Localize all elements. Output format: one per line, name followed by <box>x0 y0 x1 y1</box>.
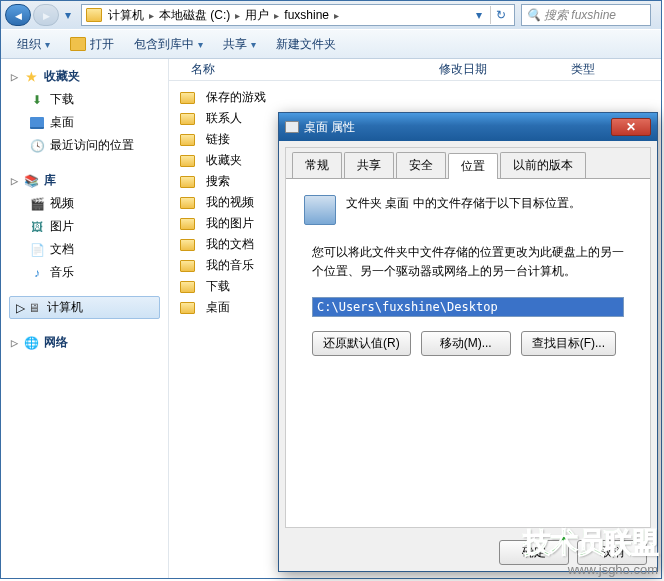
search-icon: 🔍 <box>526 8 541 22</box>
list-item-label: 桌面 <box>206 299 230 316</box>
tab-0[interactable]: 常规 <box>292 152 342 178</box>
star-icon <box>23 69 39 85</box>
list-item-label: 保存的游戏 <box>206 89 266 106</box>
sidebar-item-videos[interactable]: 视频 <box>9 192 160 215</box>
tab-2[interactable]: 安全 <box>396 152 446 178</box>
path-input[interactable] <box>312 297 624 317</box>
close-button[interactable]: ✕ <box>611 118 651 136</box>
desktop-icon <box>30 117 44 129</box>
include-button[interactable]: 包含到库中 <box>126 33 211 56</box>
share-button[interactable]: 共享 <box>215 33 264 56</box>
refresh-button[interactable]: ↻ <box>490 6 510 24</box>
network-header[interactable]: ▷网络 <box>9 331 160 354</box>
document-icon <box>29 242 45 258</box>
crumb-1[interactable]: 本地磁盘 (C:) <box>157 7 232 24</box>
search-box[interactable]: 🔍搜索 fuxshine <box>521 4 651 26</box>
chevron-right-icon[interactable] <box>149 10 154 21</box>
folder-icon <box>179 258 195 274</box>
dialog-titlebar[interactable]: 桌面 属性 ✕ <box>279 113 657 141</box>
folder-icon <box>179 111 195 127</box>
sidebar-item-computer[interactable]: ▷计算机 <box>9 296 160 319</box>
address-bar[interactable]: 计算机 本地磁盘 (C:) 用户 fuxshine ↻ <box>81 4 515 26</box>
cancel-button[interactable]: 取消 <box>577 540 647 565</box>
dialog-body: 常规共享安全位置以前的版本 文件夹 桌面 中的文件存储于以下目标位置。 您可以将… <box>285 147 651 528</box>
toolbar: 组织 打开 包含到库中 共享 新建文件夹 <box>1 29 661 59</box>
tab-content-location: 文件夹 桌面 中的文件存储于以下目标位置。 您可以将此文件夹中文件存储的位置更改… <box>286 178 650 527</box>
folder-icon <box>86 8 102 22</box>
download-icon <box>29 92 45 108</box>
crumb-3[interactable]: fuxshine <box>282 8 331 22</box>
tab-strip: 常规共享安全位置以前的版本 <box>286 148 650 178</box>
location-text-1: 文件夹 桌面 中的文件存储于以下目标位置。 <box>346 195 581 212</box>
list-item-label: 联系人 <box>206 110 242 127</box>
address-dropdown[interactable] <box>472 6 486 24</box>
col-date[interactable]: 修改日期 <box>427 61 499 78</box>
list-item-label: 下载 <box>206 278 230 295</box>
folder-icon <box>179 174 195 190</box>
folder-icon <box>179 195 195 211</box>
location-text-2: 您可以将此文件夹中文件存储的位置更改为此硬盘上的另一个位置、另一个驱动器或网络上… <box>312 243 624 281</box>
tab-1[interactable]: 共享 <box>344 152 394 178</box>
picture-icon <box>29 219 45 235</box>
col-type[interactable]: 类型 <box>559 61 607 78</box>
sidebar-item-documents[interactable]: 文档 <box>9 238 160 261</box>
restore-default-button[interactable]: 还原默认值(R) <box>312 331 411 356</box>
titlebar: 计算机 本地磁盘 (C:) 用户 fuxshine ↻ 🔍搜索 fuxshine <box>1 1 661 29</box>
arrow-right-icon <box>43 8 50 22</box>
list-item-label: 链接 <box>206 131 230 148</box>
crumb-0[interactable]: 计算机 <box>106 7 146 24</box>
tab-3[interactable]: 位置 <box>448 153 498 179</box>
chevron-right-icon[interactable] <box>235 10 240 21</box>
sidebar-item-recent[interactable]: 最近访问的位置 <box>9 134 160 157</box>
ok-button[interactable]: 确定 <box>499 540 569 565</box>
list-item-label: 我的视频 <box>206 194 254 211</box>
forward-button[interactable] <box>33 4 59 26</box>
arrow-left-icon <box>15 8 22 22</box>
folder-large-icon <box>304 195 336 225</box>
list-item-label: 搜索 <box>206 173 230 190</box>
music-icon <box>29 265 45 281</box>
sidebar-item-pictures[interactable]: 图片 <box>9 215 160 238</box>
list-item-label: 我的文档 <box>206 236 254 253</box>
search-placeholder: 搜索 fuxshine <box>544 7 616 24</box>
folder-icon <box>179 132 195 148</box>
folder-icon <box>179 90 195 106</box>
properties-dialog: 桌面 属性 ✕ 常规共享安全位置以前的版本 文件夹 桌面 中的文件存储于以下目标… <box>278 112 658 572</box>
network-icon <box>23 335 39 351</box>
history-dropdown[interactable] <box>61 6 75 24</box>
library-icon <box>23 173 39 189</box>
folder-icon <box>179 237 195 253</box>
folder-icon <box>179 279 195 295</box>
column-headers: 名称 修改日期 类型 <box>169 59 661 81</box>
folder-icon <box>179 300 195 316</box>
sidebar-item-desktop[interactable]: 桌面 <box>9 111 160 134</box>
move-button[interactable]: 移动(M)... <box>421 331 511 356</box>
find-target-button[interactable]: 查找目标(F)... <box>521 331 616 356</box>
folder-icon <box>179 153 195 169</box>
open-button[interactable]: 打开 <box>62 33 122 56</box>
sidebar-item-downloads[interactable]: 下载 <box>9 88 160 111</box>
folder-icon <box>179 216 195 232</box>
video-icon <box>29 196 45 212</box>
chevron-right-icon[interactable] <box>334 10 339 21</box>
recent-icon <box>29 138 45 154</box>
list-item-label: 我的音乐 <box>206 257 254 274</box>
libraries-header[interactable]: ▷库 <box>9 169 160 192</box>
folder-icon <box>70 37 86 51</box>
back-button[interactable] <box>5 4 31 26</box>
list-item[interactable]: 保存的游戏 <box>179 87 651 108</box>
organize-button[interactable]: 组织 <box>9 33 58 56</box>
newfolder-button[interactable]: 新建文件夹 <box>268 33 344 56</box>
list-item-label: 我的图片 <box>206 215 254 232</box>
tab-4[interactable]: 以前的版本 <box>500 152 586 178</box>
chevron-right-icon[interactable] <box>274 10 279 21</box>
crumb-2[interactable]: 用户 <box>243 7 271 24</box>
sidebar: ▷收藏夹 下载 桌面 最近访问的位置 ▷库 视频 图片 文档 音乐 ▷计算机 ▷… <box>1 59 169 578</box>
folder-icon <box>285 121 299 133</box>
list-item-label: 收藏夹 <box>206 152 242 169</box>
favorites-header[interactable]: ▷收藏夹 <box>9 65 160 88</box>
dialog-title-text: 桌面 属性 <box>304 119 355 136</box>
sidebar-item-music[interactable]: 音乐 <box>9 261 160 284</box>
computer-icon <box>26 300 42 316</box>
col-name[interactable]: 名称 <box>179 61 227 78</box>
